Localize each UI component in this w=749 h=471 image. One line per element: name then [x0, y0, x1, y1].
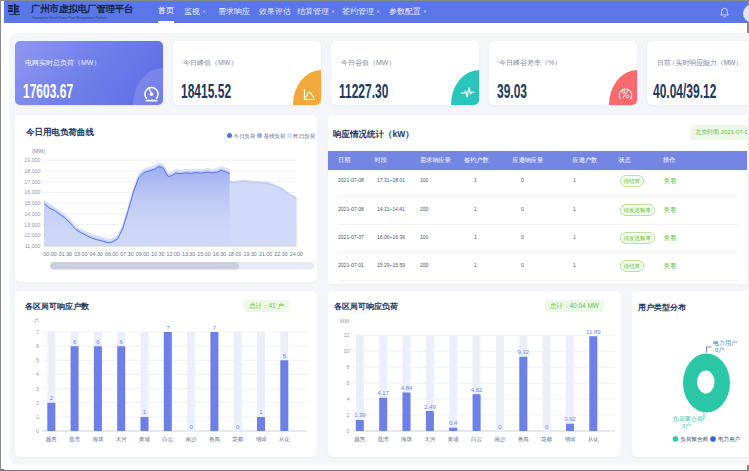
- svg-text:6: 6: [346, 380, 349, 386]
- svg-text:0: 0: [346, 428, 349, 434]
- svg-text:荔湾: 荔湾: [69, 436, 81, 443]
- svg-text:4.62: 4.62: [471, 387, 483, 393]
- svg-text:4: 4: [346, 396, 349, 402]
- svg-text:13,000: 13,000: [24, 222, 40, 228]
- svg-text:11,000: 11,000: [25, 243, 41, 249]
- svg-text:花都: 花都: [541, 436, 553, 443]
- svg-text:从化: 从化: [279, 436, 291, 443]
- svg-text:8: 8: [346, 364, 349, 370]
- svg-text:海珠: 海珠: [401, 436, 413, 443]
- svg-text:番禺: 番禺: [209, 436, 220, 443]
- svg-text:2: 2: [346, 412, 349, 418]
- svg-text:天河: 天河: [116, 436, 128, 443]
- svg-text:7: 7: [166, 325, 170, 331]
- svg-text:南沙: 南沙: [186, 436, 198, 443]
- svg-text:南沙: 南沙: [494, 436, 506, 443]
- svg-text:16:30: 16:30: [213, 251, 226, 257]
- svg-text:0户: 0户: [715, 346, 724, 353]
- svg-text:3户: 3户: [682, 422, 691, 429]
- svg-text:11.89: 11.89: [586, 329, 601, 335]
- svg-text:4.84: 4.84: [401, 385, 413, 391]
- svg-text:17,000: 17,000: [24, 179, 40, 185]
- svg-text:12,000: 12,000: [24, 232, 40, 238]
- svg-text:10: 10: [343, 348, 349, 354]
- svg-text:06:00: 06:00: [105, 251, 118, 257]
- svg-text:3: 3: [36, 386, 39, 392]
- svg-text:6: 6: [36, 343, 39, 349]
- svg-text:4: 4: [36, 371, 39, 377]
- svg-text:5: 5: [36, 357, 39, 363]
- svg-text:19,000: 19,000: [24, 157, 40, 163]
- svg-text:2.49: 2.49: [424, 404, 436, 410]
- svg-text:7: 7: [36, 329, 39, 335]
- svg-text:电力用户: 电力用户: [718, 436, 740, 443]
- svg-text:天河: 天河: [424, 436, 436, 443]
- svg-text:荔湾: 荔湾: [378, 436, 390, 443]
- svg-text:03:00: 03:00: [74, 251, 87, 257]
- svg-text:10:30: 10:30: [151, 251, 164, 257]
- svg-text:12: 12: [343, 332, 349, 338]
- svg-text:22:30: 22:30: [274, 251, 287, 257]
- svg-text:越秀: 越秀: [354, 436, 366, 443]
- svg-text:白云: 白云: [471, 436, 483, 443]
- svg-text:19:30: 19:30: [244, 251, 257, 257]
- svg-text:增城: 增城: [565, 436, 577, 442]
- svg-text:4.17: 4.17: [377, 390, 389, 396]
- svg-text:18,000: 18,000: [24, 168, 40, 174]
- svg-text:13:30: 13:30: [182, 251, 195, 257]
- svg-text:增城: 增城: [256, 436, 268, 442]
- svg-text:负荷聚合商: 负荷聚合商: [681, 436, 709, 443]
- svg-text:户: 户: [34, 318, 40, 324]
- svg-text:(MW): (MW): [32, 148, 45, 154]
- svg-text:01:30: 01:30: [59, 251, 72, 257]
- svg-text:白云: 白云: [162, 436, 174, 443]
- svg-text:0.92: 0.92: [564, 416, 576, 422]
- svg-text:从化: 从化: [588, 436, 600, 443]
- svg-text:1.39: 1.39: [354, 412, 366, 418]
- svg-text:15:00: 15:00: [197, 251, 210, 257]
- svg-text:番禺: 番禺: [518, 436, 529, 443]
- svg-text:09:00: 09:00: [136, 251, 149, 257]
- svg-text:21:00: 21:00: [259, 251, 272, 257]
- svg-text:花都: 花都: [232, 436, 244, 443]
- svg-text:07:30: 07:30: [120, 251, 133, 257]
- svg-text:2: 2: [36, 400, 39, 406]
- svg-text:黄埔: 黄埔: [139, 436, 151, 442]
- svg-text:黄埔: 黄埔: [448, 436, 460, 442]
- svg-text:负荷聚合商: 负荷聚合商: [673, 415, 703, 423]
- svg-text:15,000: 15,000: [24, 200, 40, 206]
- svg-text:04:30: 04:30: [90, 251, 103, 257]
- svg-text:越秀: 越秀: [46, 436, 58, 443]
- svg-text:14,000: 14,000: [24, 211, 40, 217]
- svg-text:MW: MW: [340, 318, 351, 324]
- svg-text:12:00: 12:00: [167, 251, 180, 257]
- svg-text:1: 1: [36, 414, 39, 420]
- svg-text:00:00: 00:00: [43, 251, 56, 257]
- svg-text:电力用户: 电力用户: [713, 339, 737, 347]
- svg-text:16,000: 16,000: [24, 189, 40, 195]
- svg-text:0: 0: [36, 428, 39, 434]
- svg-text:0.4: 0.4: [449, 420, 458, 426]
- svg-text:7: 7: [213, 325, 217, 331]
- svg-text:18:00: 18:00: [228, 251, 241, 257]
- svg-text:海珠: 海珠: [92, 436, 104, 443]
- svg-text:9.32: 9.32: [517, 349, 529, 355]
- svg-text:24:00: 24:00: [290, 251, 303, 257]
